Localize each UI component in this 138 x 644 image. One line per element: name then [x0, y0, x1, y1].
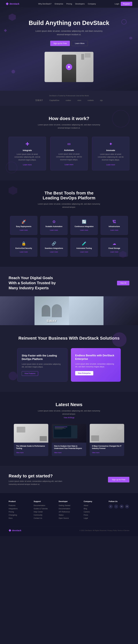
nav-link-company[interactable]: Company: [88, 3, 96, 5]
footer-link-about[interactable]: About: [84, 504, 104, 506]
goal-image-2: SWAY: [34, 296, 69, 325]
step-icon-innovate: ✦: [96, 141, 126, 147]
footer-link-blog[interactable]: Blog: [84, 508, 104, 510]
footer-link-getting-started[interactable]: Getting Started: [59, 504, 79, 506]
view-all-button[interactable]: View All: [117, 281, 129, 285]
step-icon-automate: ∞: [54, 141, 84, 146]
step-link-innovate[interactable]: Learn more: [106, 164, 115, 166]
tool-name-1: Easy Deployments: [12, 226, 35, 228]
logo-text: devstack: [9, 2, 19, 5]
goal-image-1: [0, 296, 34, 325]
footer-col-developer: Developer Getting Started Documentation …: [59, 500, 79, 520]
tool-link-1[interactable]: Learn more: [20, 229, 28, 231]
goals-images: SWAY: [0, 296, 138, 325]
step-link-automate[interactable]: Learn more: [65, 164, 73, 166]
footer-link-guides[interactable]: Guides & Tutorials: [34, 508, 54, 510]
footer-link-api[interactable]: API Reference: [59, 511, 79, 513]
footer-heading-developer: Developer: [59, 500, 79, 502]
tool-link-4[interactable]: Learn more: [110, 229, 118, 231]
facebook-icon[interactable]: f: [109, 504, 113, 508]
login-button[interactable]: Login: [115, 3, 119, 5]
footer-heading-company: Company: [84, 500, 104, 502]
footer-link-legal[interactable]: Legal: [84, 517, 104, 519]
news-link-2[interactable]: View more: [54, 452, 62, 454]
tool-easy-deployments: 🚀 Easy Deployments Learn more: [10, 216, 37, 235]
play-button[interactable]: [66, 64, 72, 70]
goals-title: Reach Your Digital Goals With a Solution…: [9, 276, 58, 290]
tool-link-8[interactable]: Learn more: [110, 251, 118, 253]
reinvent-cards: Ship Faster with the Leading DevOps Plat…: [17, 348, 121, 382]
logo-capitaline: CapitalOne: [50, 99, 59, 102]
tool-name-4: Infrastructure: [103, 226, 126, 228]
news-card-3[interactable]: 6 Ways Coronavirus Changed the IT Indust…: [90, 424, 124, 456]
footer-link-docs[interactable]: Docs: [9, 517, 29, 519]
tool-name-8: Cloud Storage: [103, 247, 126, 249]
footer-link-status[interactable]: Status: [59, 514, 79, 516]
footer-link-contact[interactable]: Contact Us: [34, 517, 54, 519]
tool-testing: 🧪 Automated Testing Learn more: [70, 238, 98, 257]
tool-integrations: 🔗 Seamless Integrations Learn more: [40, 238, 68, 257]
news-link-3[interactable]: View more: [92, 452, 99, 454]
tool-icon-6: 🔗: [43, 241, 65, 246]
tool-link-5[interactable]: Learn more: [20, 251, 28, 253]
logo-codex: codex: [66, 99, 71, 102]
footer-heading-social: Follow Us: [109, 500, 129, 502]
hero-actions: Sign up for Free Learn More: [6, 41, 132, 46]
cta-text: Ready to get started? Lorem ipsum dolor …: [9, 474, 66, 486]
nav-link-enterprise[interactable]: Enterprise: [55, 3, 63, 5]
register-button[interactable]: Register: [121, 2, 132, 6]
view-features-button[interactable]: View Features: [22, 371, 38, 376]
reinvent-card1-desc: Lorem ipsum dolor sit amet, consectetur …: [22, 363, 63, 368]
tool-security: 🔒 End-to-End Security Learn more: [10, 238, 37, 257]
nav-link-pricing[interactable]: Pricing: [66, 3, 72, 5]
footer-link-pricing[interactable]: Pricing: [9, 511, 29, 513]
footer-heading-product: Product: [9, 500, 29, 502]
nav-link-developers[interactable]: Developers: [75, 3, 85, 5]
footer-link-features[interactable]: Features: [9, 504, 29, 506]
cta-signup-button[interactable]: Sign up for Free: [108, 477, 129, 482]
goals-section: Reach Your Digital Goals With a Solution…: [0, 267, 138, 325]
logo-sway: SWAY: [35, 99, 43, 102]
hero-signup-button[interactable]: Sign up for Free: [50, 41, 70, 46]
cta-section: Ready to get started? Lorem ipsum dolor …: [0, 466, 138, 493]
news-card-2[interactable]: How to Analyze User Data to Understand Y…: [52, 424, 86, 456]
view-enterprise-button[interactable]: View Enterprise: [75, 371, 93, 376]
tool-link-7[interactable]: Learn more: [80, 251, 88, 253]
twitter-icon[interactable]: t: [114, 504, 118, 508]
footer-link-documentation[interactable]: Documentation: [34, 504, 54, 506]
footer-link-help[interactable]: Help Center: [34, 511, 54, 513]
tool-name-2: Scalable Automation: [43, 226, 65, 228]
tool-link-6[interactable]: Learn more: [50, 251, 58, 253]
goal-image-3: [69, 296, 103, 325]
news-card-1[interactable]: The Ultimate Guide to Performance Testin…: [14, 424, 48, 456]
tool-name-7: Automated Testing: [73, 247, 95, 249]
footer-link-changelog[interactable]: Changelog: [9, 514, 29, 516]
footer-logo-text: devstack: [12, 529, 21, 532]
nav-logo[interactable]: devstack: [6, 2, 19, 5]
footer-link-integrations[interactable]: Integrations: [9, 508, 29, 510]
linkedin-icon[interactable]: in: [120, 504, 124, 508]
footer-link-opensource[interactable]: Open Source: [59, 517, 79, 519]
hero-video[interactable]: [45, 52, 93, 82]
news-image-1: [14, 424, 48, 442]
footer-link-dev-docs[interactable]: Documentation: [59, 508, 79, 510]
footer-col-company: Company About Blog Careers Press Legal: [84, 500, 104, 520]
tool-icon-7: 🧪: [73, 241, 95, 246]
news-view-all-link[interactable]: View All Blogs: [9, 417, 129, 419]
tool-icon-5: 🔒: [12, 241, 35, 246]
footer-link-community[interactable]: Community: [34, 514, 54, 516]
nav-link-why[interactable]: Why DevStack?: [38, 3, 52, 5]
step-icon-integrate: ✚: [12, 141, 42, 147]
step-link-integrate[interactable]: Learn more: [23, 164, 32, 166]
news-link-1[interactable]: View more: [16, 452, 24, 454]
goals-header: Reach Your Digital Goals With a Solution…: [0, 276, 138, 296]
trusted-label: DevStack is Trusted by Professionals Use…: [6, 95, 132, 96]
tool-link-2[interactable]: Learn more: [50, 229, 58, 231]
news-content-2: How to Analyze User Data to Understand Y…: [52, 442, 86, 456]
email-icon[interactable]: ✉: [125, 504, 129, 508]
tool-link-3[interactable]: Learn more: [80, 229, 88, 231]
footer-link-careers[interactable]: Careers: [84, 511, 104, 513]
footer-logo[interactable]: devstack: [9, 529, 21, 532]
hero-learn-more-button[interactable]: Learn More: [71, 41, 88, 46]
footer-link-press[interactable]: Press: [84, 514, 104, 516]
